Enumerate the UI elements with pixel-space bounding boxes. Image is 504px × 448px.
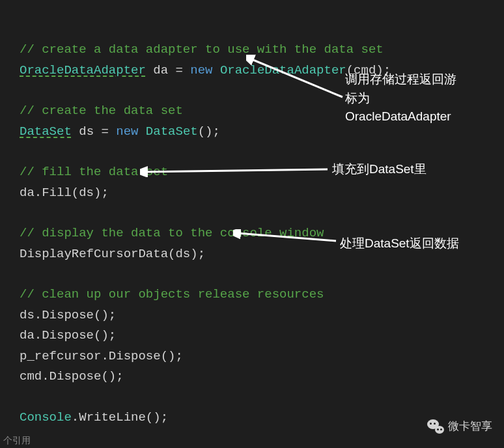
arrow-icon <box>233 229 337 245</box>
annotation-text: OracleDataAdapter <box>345 107 495 126</box>
annotation-text: 标为 <box>345 89 495 108</box>
svg-line-3 <box>144 169 328 172</box>
code-text: da.Fill(ds); <box>20 186 109 200</box>
code-text: DisplayRefCursorData(ds); <box>20 247 205 261</box>
svg-line-5 <box>237 233 336 241</box>
watermark: 微卡智享 <box>427 419 492 434</box>
wechat-icon <box>427 419 444 434</box>
comment: // create the data set <box>20 104 183 118</box>
code-text: (); <box>198 124 220 139</box>
arrow-icon <box>140 164 329 177</box>
arrow-icon <box>246 55 344 100</box>
annotation-text: 调用存储过程返回游 <box>345 70 495 89</box>
annotation-dataset: 填充到DataSet里 <box>332 160 427 179</box>
type-token: OracleDataAdapter <box>20 63 146 77</box>
comment: // clean up our objects release resource… <box>20 287 324 301</box>
status-bar: 个引用 <box>0 435 504 448</box>
type-token: DataSet <box>138 124 197 139</box>
code-text: cmd.Dispose(); <box>20 369 124 384</box>
annotation-process: 处理DataSet返回数据 <box>340 234 459 253</box>
code-text: ds.Dispose(); <box>20 308 116 322</box>
type-token: Console <box>20 410 72 425</box>
annotation-text: 填充到DataSet里 <box>332 162 427 176</box>
keyword: new <box>190 63 212 77</box>
code-text: p_refcursor.Dispose(); <box>20 349 183 363</box>
code-text: .WriteLine(); <box>72 410 168 425</box>
status-text: 个引用 <box>3 436 31 446</box>
code-text: ds = <box>72 124 116 139</box>
annotation-text: 处理DataSet返回数据 <box>340 236 459 250</box>
annotation-oracle: 调用存储过程返回游 标为 OracleDataAdapter <box>345 70 495 126</box>
keyword: new <box>116 124 138 139</box>
svg-line-1 <box>250 59 343 97</box>
code-text: da.Dispose(); <box>20 328 116 343</box>
code-text: da = <box>146 63 190 77</box>
watermark-text: 微卡智享 <box>448 419 492 434</box>
type-token: DataSet <box>20 124 72 139</box>
